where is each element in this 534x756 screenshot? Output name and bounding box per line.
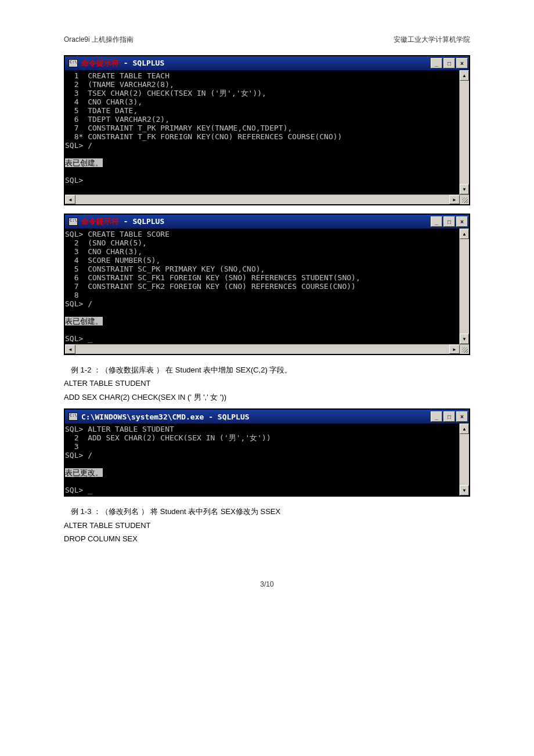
scroll-right-button[interactable]: ► xyxy=(449,345,460,354)
terminal-window-1: 命令提示符 - SQLPLUS _ □ × 1 CREATE TABLE TEA… xyxy=(64,55,470,205)
scroll-left-button[interactable]: ◄ xyxy=(65,195,75,204)
title-prefix: 命令提示符 xyxy=(81,217,119,226)
window-title: C:\WINDOWS\system32\CMD.exe - SQLPLUS xyxy=(81,413,431,421)
scroll-track[interactable] xyxy=(75,195,449,204)
vertical-scrollbar[interactable]: ▲ ▼ xyxy=(459,424,469,495)
horizontal-scrollbar[interactable]: ◄ ► xyxy=(65,194,469,204)
titlebar[interactable]: C:\WINDOWS\system32\CMD.exe - SQLPLUS _ … xyxy=(65,410,469,424)
scroll-left-button[interactable]: ◄ xyxy=(65,345,75,354)
maximize-button[interactable]: □ xyxy=(443,216,455,227)
window-buttons: _ □ × xyxy=(431,411,468,422)
terminal-content[interactable]: 1 CREATE TABLE TEACH 2 (TNAME VARCHAR2(8… xyxy=(65,70,459,194)
header-right: 安徽工业大学计算机学院 xyxy=(394,35,470,45)
minimize-button[interactable]: _ xyxy=(431,411,442,422)
scroll-down-button[interactable]: ▼ xyxy=(460,334,469,344)
scroll-up-button[interactable]: ▲ xyxy=(460,229,469,239)
scroll-track[interactable] xyxy=(460,239,469,334)
page-header: Oracle9i 上机操作指南 安徽工业大学计算机学院 xyxy=(64,35,470,45)
titlebar[interactable]: 命令提示符 - SQLPLUS _ □ × xyxy=(65,215,469,229)
scroll-down-button[interactable]: ▼ xyxy=(460,184,469,194)
minimize-button[interactable]: _ xyxy=(431,216,442,227)
resize-grip[interactable] xyxy=(460,345,469,354)
vertical-scrollbar[interactable]: ▲ ▼ xyxy=(459,229,469,344)
terminal-body: 1 CREATE TABLE TEACH 2 (TNAME VARCHAR2(8… xyxy=(65,70,469,194)
terminal-content[interactable]: SQL> CREATE TABLE SCORE 2 (SNO CHAR(5), … xyxy=(65,229,459,344)
terminal-content[interactable]: SQL> ALTER TABLE STUDENT 2 ADD SEX CHAR(… xyxy=(65,424,459,495)
document-page: Oracle9i 上机操作指南 安徽工业大学计算机学院 命令提示符 - SQLP… xyxy=(0,0,534,600)
resize-grip[interactable] xyxy=(460,195,469,204)
vertical-scrollbar[interactable]: ▲ ▼ xyxy=(459,70,469,194)
terminal-body: SQL> ALTER TABLE STUDENT 2 ADD SEX CHAR(… xyxy=(65,424,469,495)
header-left: Oracle9i 上机操作指南 xyxy=(64,35,134,45)
example-caption: 例 1-2 ：（修改数据库表 ） 在 Student 表中增加 SEX(C,2)… xyxy=(71,363,470,377)
minimize-button[interactable]: _ xyxy=(431,58,442,68)
example-caption: 例 1-3 ：（修改列名 ） 将 Student 表中列名 SEX修改为 SSE… xyxy=(71,505,470,518)
title-suffix: - SQLPLUS xyxy=(119,59,164,67)
scroll-down-button[interactable]: ▼ xyxy=(460,485,469,495)
page-number: 3/10 xyxy=(64,580,470,588)
sql-statement: ALTER TABLE STUDENT xyxy=(64,377,470,390)
terminal-window-2: 命令提示符 - SQLPLUS _ □ × SQL> CREATE TABLE … xyxy=(64,214,470,355)
scroll-track[interactable] xyxy=(460,434,469,485)
sql-statement: DROP COLUMN SEX xyxy=(64,532,470,545)
scroll-right-button[interactable]: ► xyxy=(449,195,460,204)
horizontal-scrollbar[interactable]: ◄ ► xyxy=(65,344,469,354)
window-title: 命令提示符 - SQLPLUS xyxy=(81,216,431,227)
body-paragraph-1: 例 1-2 ：（修改数据库表 ） 在 Student 表中增加 SEX(C,2)… xyxy=(64,363,470,404)
close-button[interactable]: × xyxy=(456,411,468,422)
sql-statement: ALTER TABLE STUDENT xyxy=(64,519,470,532)
body-paragraph-2: 例 1-3 ：（修改列名 ） 将 Student 表中列名 SEX修改为 SSE… xyxy=(64,505,470,545)
maximize-button[interactable]: □ xyxy=(443,411,455,422)
title-prefix: 命令提示符 xyxy=(81,59,119,67)
scroll-track[interactable] xyxy=(460,81,469,184)
sql-statement: ADD SEX CHAR(2) CHECK(SEX IN (' 男 ',' 女 … xyxy=(64,390,470,404)
cmd-icon xyxy=(68,59,78,67)
scroll-up-button[interactable]: ▲ xyxy=(460,70,469,81)
close-button[interactable]: × xyxy=(456,216,468,227)
window-buttons: _ □ × xyxy=(431,216,468,227)
window-buttons: _ □ × xyxy=(431,58,468,68)
cmd-icon xyxy=(68,218,78,226)
maximize-button[interactable]: □ xyxy=(443,58,455,68)
title-suffix: - SQLPLUS xyxy=(119,217,164,226)
close-button[interactable]: × xyxy=(456,58,468,68)
titlebar[interactable]: 命令提示符 - SQLPLUS _ □ × xyxy=(65,56,469,70)
terminal-window-3: C:\WINDOWS\system32\CMD.exe - SQLPLUS _ … xyxy=(64,408,470,497)
scroll-up-button[interactable]: ▲ xyxy=(460,424,469,434)
window-title: 命令提示符 - SQLPLUS xyxy=(81,58,431,68)
scroll-track[interactable] xyxy=(75,345,449,354)
terminal-body: SQL> CREATE TABLE SCORE 2 (SNO CHAR(5), … xyxy=(65,229,469,344)
title-text: C:\WINDOWS\system32\CMD.exe - SQLPLUS xyxy=(81,413,250,421)
cmd-icon xyxy=(68,413,78,421)
